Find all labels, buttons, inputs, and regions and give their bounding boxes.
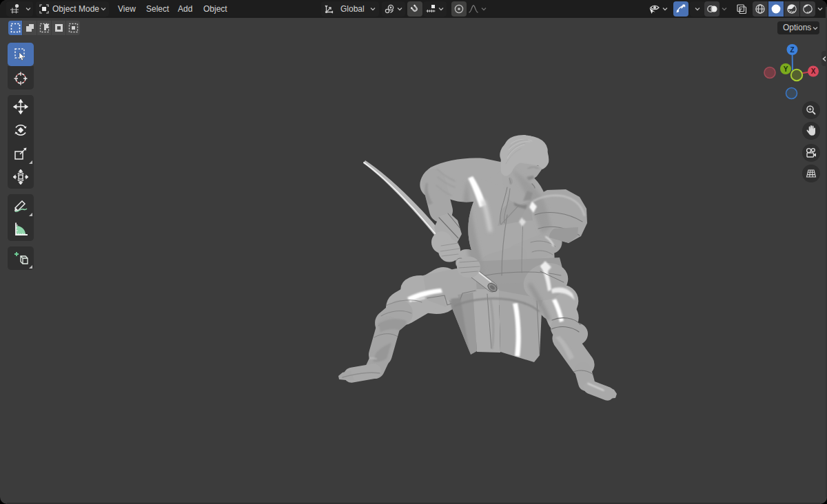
svg-text:Y: Y	[784, 65, 788, 73]
svg-text:X: X	[811, 67, 816, 75]
svg-text:Z: Z	[790, 46, 794, 54]
